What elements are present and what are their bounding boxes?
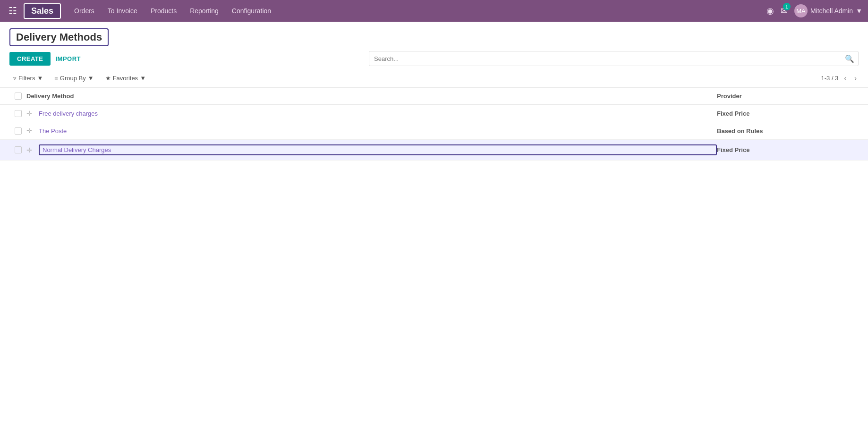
groupby-button[interactable]: ≡ Group By ▼ bbox=[51, 73, 97, 84]
user-avatar: MA bbox=[794, 4, 808, 17]
nav-reporting[interactable]: Reporting bbox=[184, 4, 224, 17]
table-row[interactable]: ✛ Normal Delivery Charges Fixed Price bbox=[0, 140, 868, 161]
provider-value: Fixed Price bbox=[717, 110, 859, 117]
filters-chevron-icon: ▼ bbox=[37, 75, 43, 82]
search-submit-button[interactable]: 🔍 bbox=[841, 52, 858, 65]
filter-icon: ▿ bbox=[13, 75, 17, 82]
clock-icon[interactable]: ◉ bbox=[766, 6, 774, 16]
search-input[interactable] bbox=[369, 53, 841, 64]
nav-configuration[interactable]: Configuration bbox=[226, 4, 277, 17]
row-checkbox-3[interactable] bbox=[15, 146, 22, 153]
filters-label: Filters bbox=[18, 75, 35, 82]
topbar-nav: Orders To Invoice Products Reporting Con… bbox=[68, 4, 763, 17]
pagination-next-button[interactable]: › bbox=[852, 73, 859, 84]
row-checkbox-1[interactable] bbox=[15, 110, 22, 117]
col-provider-header: Provider bbox=[717, 93, 859, 100]
favorites-button[interactable]: ★ Favorites ▼ bbox=[102, 73, 150, 84]
filter-bar: ▿ Filters ▼ ≡ Group By ▼ ★ Favorites ▼ 1… bbox=[0, 71, 868, 88]
topbar: ☷ Sales Orders To Invoice Products Repor… bbox=[0, 0, 868, 22]
col-method-header: Delivery Method bbox=[26, 93, 717, 100]
drag-handle-icon[interactable]: ✛ bbox=[26, 127, 32, 135]
method-name: Normal Delivery Charges bbox=[39, 144, 717, 155]
table-area: Delivery Method Provider ✛ Free delivery… bbox=[0, 88, 868, 161]
user-dropdown-icon: ▼ bbox=[856, 7, 862, 15]
favorites-chevron-icon: ▼ bbox=[140, 75, 146, 82]
drag-handle-icon[interactable]: ✛ bbox=[26, 146, 32, 154]
row-checkbox-2[interactable] bbox=[15, 127, 22, 135]
nav-orders[interactable]: Orders bbox=[68, 4, 100, 17]
table-row[interactable]: ✛ Free delivery charges Fixed Price bbox=[0, 105, 868, 122]
chat-badge: 1 bbox=[783, 3, 791, 10]
create-button[interactable]: CREATE bbox=[9, 52, 51, 66]
pagination: 1-3 / 3 ‹ › bbox=[821, 73, 859, 84]
nav-products[interactable]: Products bbox=[145, 4, 182, 17]
groupby-chevron-icon: ▼ bbox=[88, 75, 94, 82]
toolbar: CREATE IMPORT 🔍 bbox=[0, 46, 868, 71]
table-header: Delivery Method Provider bbox=[0, 88, 868, 105]
apps-icon[interactable]: ☷ bbox=[6, 3, 20, 18]
user-name: Mitchell Admin bbox=[810, 7, 853, 15]
user-menu[interactable]: MA Mitchell Admin ▼ bbox=[794, 4, 862, 17]
chat-icon[interactable]: ✉ 1 bbox=[781, 6, 788, 16]
method-name: The Poste bbox=[39, 127, 717, 135]
provider-value: Based on Rules bbox=[717, 127, 859, 135]
provider-value: Fixed Price bbox=[717, 146, 859, 153]
method-name: Free delivery charges bbox=[39, 110, 717, 117]
drag-handle-icon[interactable]: ✛ bbox=[26, 110, 32, 117]
filters-button[interactable]: ▿ Filters ▼ bbox=[9, 73, 47, 84]
page-header: Delivery Methods bbox=[0, 22, 868, 46]
page-title: Delivery Methods bbox=[9, 28, 109, 46]
pagination-prev-button[interactable]: ‹ bbox=[842, 73, 848, 84]
brand-button[interactable]: Sales bbox=[24, 3, 61, 19]
main-content: Delivery Methods CREATE IMPORT 🔍 ▿ Filte… bbox=[0, 22, 868, 448]
favorites-star-icon: ★ bbox=[105, 75, 111, 82]
table-row[interactable]: ✛ The Poste Based on Rules bbox=[0, 122, 868, 140]
groupby-label: Group By bbox=[60, 75, 86, 82]
favorites-label: Favorites bbox=[113, 75, 138, 82]
groupby-icon: ≡ bbox=[54, 75, 58, 82]
select-all-checkbox[interactable] bbox=[15, 93, 22, 100]
topbar-right: ◉ ✉ 1 MA Mitchell Admin ▼ bbox=[766, 4, 862, 17]
nav-to-invoice[interactable]: To Invoice bbox=[102, 4, 143, 17]
import-button[interactable]: IMPORT bbox=[55, 55, 81, 62]
search-bar: 🔍 bbox=[369, 51, 859, 66]
pagination-text: 1-3 / 3 bbox=[821, 75, 838, 82]
